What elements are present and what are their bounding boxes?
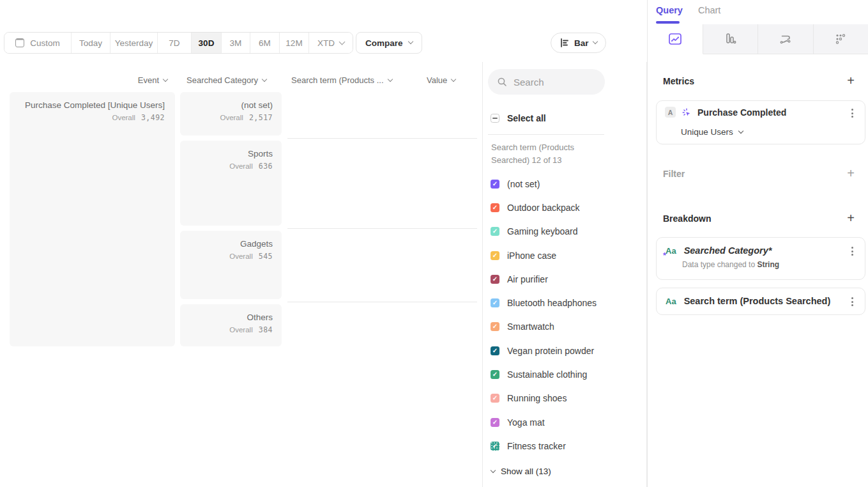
breakdown-row: Aa Searched Category* xyxy=(666,245,856,256)
metric-menu-button[interactable] xyxy=(847,107,857,119)
list-item[interactable]: ✓ Yoga mat xyxy=(491,410,597,434)
column-header-label: Searched Category xyxy=(187,75,258,85)
breakdown-menu-button[interactable] xyxy=(847,296,857,307)
tab-chart[interactable]: Chart xyxy=(698,5,720,15)
series-label: Sustainable clothing xyxy=(507,369,587,380)
category-overall: Overall 636 xyxy=(180,162,273,171)
panel-tabs: Query Chart xyxy=(656,5,720,15)
list-item[interactable]: ✓ Sustainable clothing xyxy=(491,362,597,386)
chevron-down-icon xyxy=(262,76,267,81)
list-item[interactable]: ✓ iPhone case xyxy=(491,244,597,267)
bar-chart-icon xyxy=(560,38,570,48)
insights-report: CustomTodayYesterday7D30D3M6M12MXTD Comp… xyxy=(0,0,868,487)
check-icon: ✓ xyxy=(492,371,498,378)
breakdown-card[interactable]: Aa Search term (Products Searched) xyxy=(656,288,865,315)
report-type-retention[interactable] xyxy=(814,24,868,54)
series-checkbox[interactable]: ✓ xyxy=(491,370,499,379)
category-cell: Others Overall 384 xyxy=(180,304,282,346)
date-range-option[interactable]: 30D xyxy=(191,33,221,53)
list-item[interactable]: ✓ Vegan protein powder xyxy=(491,339,597,362)
metric-card[interactable]: A Purchase Completed Unique Users xyxy=(656,100,865,144)
check-icon: ✓ xyxy=(492,181,498,187)
series-checkbox[interactable]: ✓ xyxy=(491,275,499,284)
date-range-option[interactable]: Today xyxy=(71,33,110,53)
series-panel: Select all Search term (Products Searche… xyxy=(482,62,647,487)
category-title: Others xyxy=(180,313,273,322)
list-item[interactable]: ✓ Gaming keyboard xyxy=(491,220,597,244)
event-overall: Overall 3,492 xyxy=(10,113,165,122)
show-all-toggle[interactable]: Show all (13) xyxy=(491,467,551,476)
overall-label: Overall xyxy=(229,326,252,334)
date-range-option[interactable]: 7D xyxy=(157,33,191,53)
subtext-strong: String xyxy=(757,260,779,269)
breakdown-section-title: Breakdown xyxy=(663,213,711,224)
check-icon: ✓ xyxy=(492,228,498,235)
measure-dropdown[interactable]: Unique Users xyxy=(681,127,743,137)
column-header-label: Event xyxy=(138,75,159,85)
series-label: Running shoes xyxy=(507,393,567,403)
report-type-flows[interactable] xyxy=(758,24,814,54)
chevron-down-icon xyxy=(592,39,597,44)
filter-section-title: Filter xyxy=(663,169,685,179)
series-checkbox[interactable]: ✓ xyxy=(491,442,499,451)
series-label: (not set) xyxy=(507,179,540,189)
metric-event-name: Purchase Completed xyxy=(697,107,786,118)
compare-button[interactable]: Compare xyxy=(356,32,422,54)
category-overall: Overall 384 xyxy=(180,325,273,334)
select-all-checkbox[interactable] xyxy=(491,114,499,123)
series-checkbox[interactable]: ✓ xyxy=(491,298,499,307)
column-header-value[interactable]: Value xyxy=(427,75,455,85)
date-range-option[interactable]: Yesterday xyxy=(110,33,157,53)
tab-query[interactable]: Query xyxy=(656,5,683,15)
check-icon: ✓ xyxy=(492,443,498,449)
series-checkbox[interactable]: ✓ xyxy=(491,180,499,189)
add-metric-button[interactable]: + xyxy=(846,74,856,87)
date-range-option[interactable]: 12M xyxy=(279,33,308,53)
select-all[interactable]: Select all xyxy=(491,113,546,123)
breakdown-property-name: Search term (Products Searched) xyxy=(684,296,831,306)
search-input[interactable] xyxy=(514,77,597,88)
series-label: Outdoor backpack xyxy=(507,203,580,213)
list-item[interactable]: ✓ Air purifier xyxy=(491,267,597,291)
series-checkbox[interactable]: ✓ xyxy=(491,203,499,212)
check-icon: ✓ xyxy=(492,395,498,401)
column-header-category[interactable]: Searched Category xyxy=(187,75,266,85)
series-label: Air purifier xyxy=(507,274,548,284)
series-checkbox[interactable]: ✓ xyxy=(491,394,499,403)
date-range-option[interactable]: 6M xyxy=(250,33,279,53)
list-item[interactable]: ✓ Running shoes xyxy=(491,387,597,410)
add-breakdown-button[interactable]: + xyxy=(846,212,856,224)
check-icon: ✓ xyxy=(492,205,498,211)
metrics-section-title: Metrics xyxy=(663,76,694,86)
list-item[interactable]: ✓ (not set) xyxy=(491,172,597,196)
list-item[interactable]: ✓ Bluetooth headphones xyxy=(491,291,597,314)
overall-value: 2,517 xyxy=(249,113,273,122)
breakdown-card[interactable]: Aa Searched Category* Data type changed … xyxy=(656,237,865,280)
overall-value: 384 xyxy=(259,325,273,334)
column-header-event[interactable]: Event xyxy=(96,75,167,85)
series-checkbox[interactable]: ✓ xyxy=(491,418,499,427)
breakdown-menu-button[interactable] xyxy=(847,245,857,257)
overall-value: 3,492 xyxy=(141,113,165,122)
series-checkbox[interactable]: ✓ xyxy=(491,322,499,331)
date-range-option[interactable]: XTD xyxy=(308,33,353,53)
overall-value: 636 xyxy=(259,162,273,171)
report-type-insights[interactable] xyxy=(648,24,703,54)
series-label: Smartwatch xyxy=(507,321,554,332)
series-checkbox[interactable]: ✓ xyxy=(491,251,499,260)
date-range-option[interactable]: Custom xyxy=(4,33,71,53)
breakdown-list: Aa Searched Category* Data type changed … xyxy=(656,237,865,315)
list-item[interactable]: ✓ Smartwatch xyxy=(491,315,597,339)
compare-label: Compare xyxy=(365,38,403,48)
add-filter-button[interactable]: + xyxy=(846,167,856,180)
column-header-label: Value xyxy=(427,75,447,85)
list-item[interactable]: ✓ Outdoor backpack xyxy=(491,196,597,219)
list-item[interactable]: ✓ Fitness tracker xyxy=(491,434,597,458)
series-checkbox[interactable]: ✓ xyxy=(491,227,499,236)
report-type-funnels[interactable] xyxy=(703,24,759,54)
column-header-search-term[interactable]: Search term (Products ... xyxy=(291,75,392,85)
chart-type-dropdown[interactable]: Bar xyxy=(551,33,606,53)
date-range-option[interactable]: 3M xyxy=(221,33,250,53)
search-term-column xyxy=(287,92,479,346)
series-checkbox[interactable]: ✓ xyxy=(491,346,499,355)
